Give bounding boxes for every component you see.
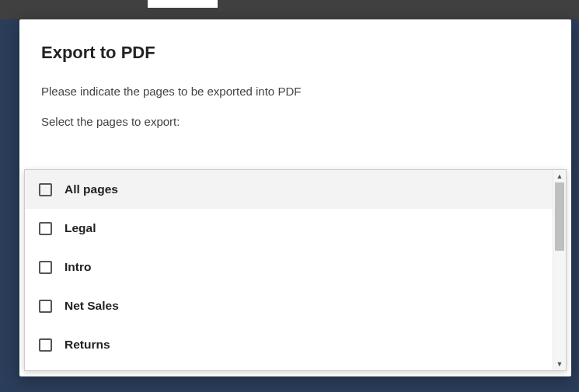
modal-description: Please indicate the pages to be exported…: [41, 85, 549, 98]
export-pdf-modal: Export to PDF Please indicate the pages …: [19, 19, 571, 376]
dropdown-option-returns[interactable]: Returns: [25, 325, 553, 364]
checkbox-icon[interactable]: [39, 183, 52, 196]
modal-title: Export to PDF: [41, 43, 549, 63]
dropdown-option-all-pages[interactable]: All pages: [25, 170, 553, 209]
dropdown-option-legal[interactable]: Legal: [25, 209, 553, 248]
checkbox-icon[interactable]: [39, 261, 52, 274]
scroll-down-icon[interactable]: ▼: [553, 358, 566, 370]
dropdown-option-label: All pages: [65, 182, 118, 196]
dropdown-option-label: Intro: [65, 260, 91, 274]
dropdown-scrollbar[interactable]: ▲ ▼: [553, 170, 566, 370]
scroll-up-icon[interactable]: ▲: [553, 170, 566, 182]
dropdown-option-return-rate[interactable]: Return Rate: [25, 364, 553, 370]
dropdown-items-container: All pages Legal Intro Net Sales Returns: [25, 170, 553, 370]
select-pages-label: Select the pages to export:: [41, 115, 549, 128]
checkbox-icon[interactable]: [39, 222, 52, 235]
dropdown-option-net-sales[interactable]: Net Sales: [25, 286, 553, 325]
checkbox-icon[interactable]: [39, 300, 52, 313]
dropdown-option-label: Net Sales: [65, 299, 119, 313]
dropdown-option-intro[interactable]: Intro: [25, 248, 553, 286]
dropdown-option-label: Returns: [65, 338, 110, 352]
pages-dropdown-list: All pages Legal Intro Net Sales Returns: [24, 169, 567, 371]
scroll-thumb[interactable]: [555, 182, 564, 251]
dropdown-option-label: Legal: [65, 221, 96, 235]
checkbox-icon[interactable]: [39, 338, 52, 352]
